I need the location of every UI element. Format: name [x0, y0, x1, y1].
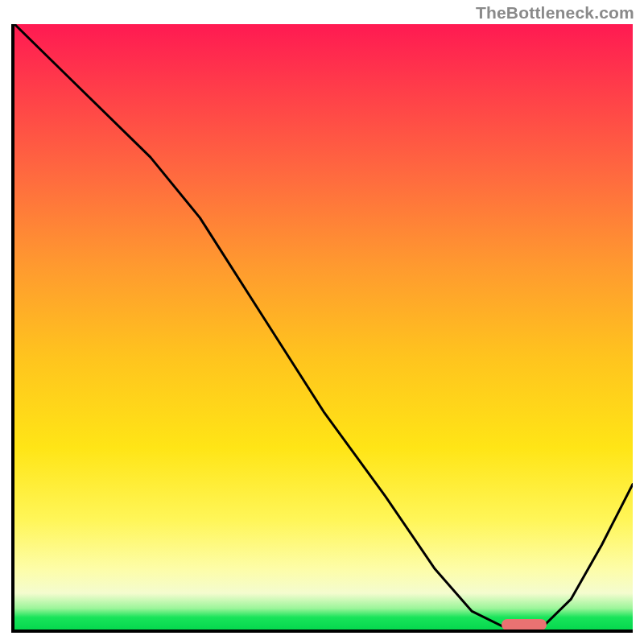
bottleneck-curve	[14, 24, 633, 630]
plot-area	[11, 24, 633, 633]
chart-stage: TheBottleneck.com	[0, 0, 644, 644]
optimal-marker	[502, 619, 547, 630]
watermark-text: TheBottleneck.com	[476, 3, 634, 23]
